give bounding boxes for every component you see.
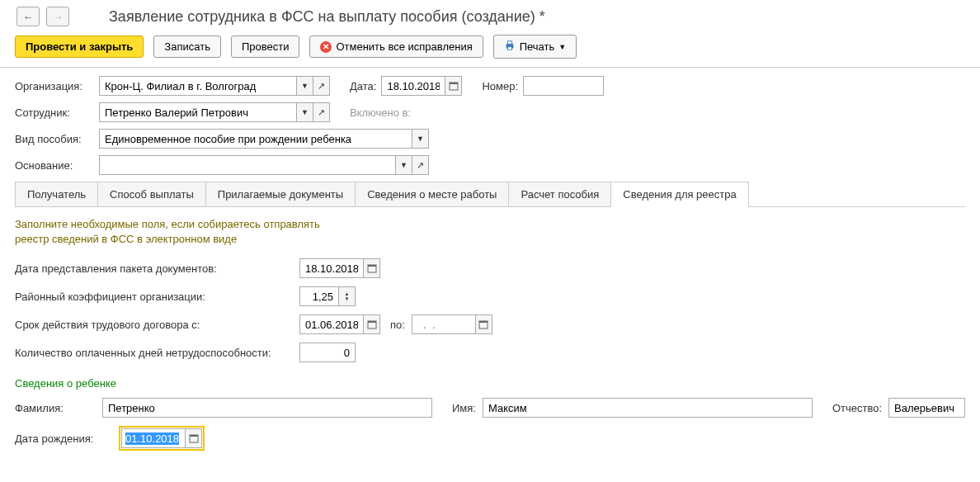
district-coef-input[interactable]	[299, 286, 339, 306]
org-label: Организация:	[15, 80, 94, 92]
basis-input[interactable]	[99, 155, 396, 175]
external-icon: ↗	[318, 107, 325, 118]
nav-forward-button[interactable]: →	[46, 7, 69, 26]
name-input[interactable]	[483, 398, 813, 418]
doc-pack-date-input[interactable]	[299, 258, 364, 278]
surname-input[interactable]	[102, 398, 432, 418]
district-coef-stepper[interactable]: ▲▼	[339, 286, 356, 306]
basis-label: Основание:	[15, 159, 94, 172]
calendar-icon	[478, 319, 488, 329]
svg-rect-1	[507, 41, 511, 45]
number-label: Номер:	[482, 80, 518, 92]
birthdate-calendar-button[interactable]	[186, 428, 202, 448]
employee-open-button[interactable]: ↗	[313, 102, 330, 122]
print-button[interactable]: Печать ▼	[493, 35, 577, 59]
tab-payment-method[interactable]: Способ выплаты	[97, 182, 206, 206]
basis-dropdown-button[interactable]: ▼	[396, 155, 412, 175]
svg-rect-12	[190, 435, 198, 437]
save-button[interactable]: Записать	[153, 35, 221, 58]
external-icon: ↗	[318, 81, 325, 92]
external-icon: ↗	[417, 160, 424, 171]
contract-to-label: по:	[390, 319, 405, 331]
date-input[interactable]	[381, 76, 445, 96]
contract-from-label: Срок действия трудового договора с:	[15, 319, 275, 331]
post-button[interactable]: Провести	[231, 35, 300, 58]
date-calendar-button[interactable]	[445, 76, 462, 96]
calendar-icon	[189, 433, 199, 443]
svg-rect-8	[368, 321, 376, 323]
contract-to-input[interactable]	[412, 314, 476, 334]
surname-label: Фамилия:	[15, 402, 96, 414]
district-coef-label: Районный коэффициент организации:	[15, 291, 275, 303]
child-section-title: Сведения о ребенке	[15, 377, 965, 390]
doc-pack-date-calendar-button[interactable]	[364, 258, 380, 278]
calendar-icon	[449, 81, 459, 91]
benefit-type-label: Вид пособия:	[15, 133, 94, 145]
paid-days-label: Количество оплаченных дней нетрудоспособ…	[15, 347, 275, 359]
tab-registry-info[interactable]: Сведения для реестра	[610, 182, 748, 207]
contract-from-input[interactable]	[299, 314, 364, 334]
doc-pack-date-label: Дата представления пакета документов:	[15, 262, 275, 275]
print-label: Печать	[520, 40, 555, 53]
benefit-type-input[interactable]	[99, 129, 412, 149]
employee-dropdown-button[interactable]: ▼	[297, 102, 313, 122]
print-icon	[504, 40, 516, 54]
contract-to-calendar-button[interactable]	[476, 314, 492, 334]
svg-rect-10	[479, 321, 488, 323]
name-label: Имя:	[452, 402, 476, 414]
registry-hint: Заполните необходимые поля, если собирае…	[15, 217, 965, 247]
paid-days-input[interactable]	[299, 343, 356, 362]
cancel-corrections-button[interactable]: ✕ Отменить все исправления	[309, 35, 483, 58]
cancel-corrections-label: Отменить все исправления	[336, 40, 472, 53]
svg-rect-2	[507, 47, 511, 50]
tab-workplace-info[interactable]: Сведения о месте работы	[355, 182, 509, 206]
page-title: Заявление сотрудника в ФСС на выплату по…	[109, 8, 545, 26]
contract-from-calendar-button[interactable]	[364, 314, 380, 334]
patronymic-label: Отчество:	[832, 402, 882, 414]
tab-attached-docs[interactable]: Прилагаемые документы	[205, 182, 356, 206]
patronymic-input[interactable]	[888, 398, 965, 418]
calendar-icon	[367, 263, 377, 273]
employee-input[interactable]	[99, 102, 297, 122]
svg-rect-4	[450, 83, 458, 84]
org-dropdown-button[interactable]: ▼	[297, 76, 313, 96]
org-open-button[interactable]: ↗	[313, 76, 330, 96]
cancel-icon: ✕	[320, 41, 332, 53]
tab-benefit-calc[interactable]: Расчет пособия	[508, 182, 611, 206]
birthdate-value: 01.10.2018	[125, 432, 179, 445]
included-label: Включено в:	[350, 106, 411, 119]
basis-open-button[interactable]: ↗	[412, 155, 429, 175]
svg-rect-6	[368, 265, 376, 267]
birthdate-label: Дата рождения:	[15, 432, 112, 445]
calendar-icon	[367, 319, 377, 329]
number-input[interactable]	[523, 76, 604, 96]
employee-label: Сотрудник:	[15, 106, 94, 119]
date-label: Дата:	[350, 80, 376, 92]
tab-recipient[interactable]: Получатель	[15, 182, 98, 206]
chevron-down-icon: ▼	[558, 43, 566, 51]
birthdate-input[interactable]: 01.10.2018	[121, 428, 186, 448]
org-input[interactable]	[99, 76, 297, 96]
benefit-type-dropdown-button[interactable]: ▼	[412, 129, 429, 149]
nav-back-button[interactable]: ←	[16, 7, 40, 26]
post-and-close-button[interactable]: Провести и закрыть	[15, 35, 144, 58]
